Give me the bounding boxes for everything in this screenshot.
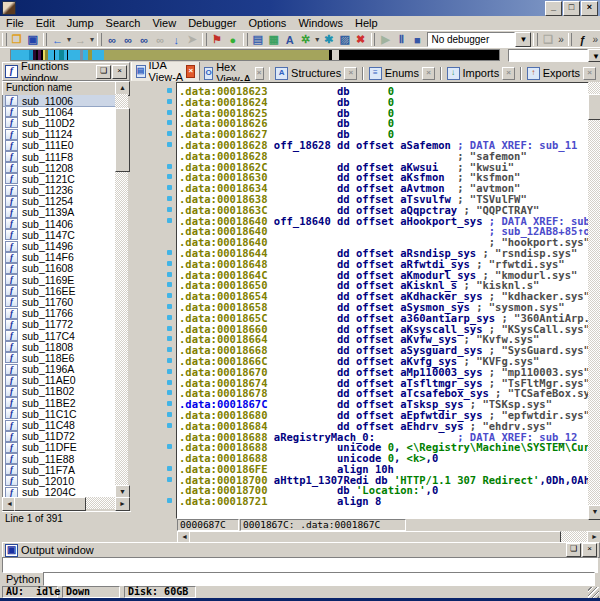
- menu-options[interactable]: Options: [242, 16, 292, 30]
- function-row[interactable]: fsub_1204C: [3, 487, 116, 497]
- function-row[interactable]: fsub_11E88: [3, 453, 116, 464]
- tab-close-icon[interactable]: ×: [422, 67, 435, 80]
- function-row[interactable]: fsub_111E0: [3, 140, 116, 151]
- menu-help[interactable]: Help: [349, 16, 384, 30]
- function-row[interactable]: fsub_11772: [3, 319, 116, 330]
- function-row[interactable]: fsub_11808: [3, 341, 116, 352]
- menu-edit[interactable]: Edit: [30, 16, 61, 30]
- nav-combo-arrow-icon[interactable]: ▼: [588, 49, 600, 62]
- function-row[interactable]: fsub_114F6: [3, 252, 116, 263]
- tab-enums[interactable]: ≡Enums×: [365, 65, 439, 81]
- close-panel-icon[interactable]: ×: [112, 65, 127, 79]
- function-row[interactable]: fsub_11406: [3, 218, 116, 229]
- toolbar-grip[interactable]: [371, 33, 376, 46]
- function-row[interactable]: fsub_117C4: [3, 330, 116, 341]
- function-row[interactable]: fsub_111F8: [3, 151, 116, 162]
- tab-close-icon[interactable]: ×: [344, 67, 357, 80]
- tab-exports[interactable]: ↑Exports×: [523, 65, 600, 81]
- function-row[interactable]: fsub_11006: [3, 95, 116, 106]
- function-row[interactable]: fsub_1196A: [3, 364, 116, 375]
- function-row[interactable]: fsub_1121C: [3, 173, 116, 184]
- debugger-pause-icon[interactable]: Ⅱ: [393, 32, 409, 47]
- function-row[interactable]: fsub_11254: [3, 196, 116, 207]
- disasm-vscroll-thumb[interactable]: [588, 94, 600, 120]
- function-row[interactable]: fsub_1139A: [3, 207, 116, 218]
- tab-imports[interactable]: ↓Imports×: [443, 65, 520, 81]
- debugger-select-arrow-icon[interactable]: ▼: [515, 32, 531, 47]
- debugger-select[interactable]: No debugger▼: [427, 32, 531, 47]
- function-row[interactable]: fsub_1169E: [3, 274, 116, 285]
- tab-close-icon[interactable]: ×: [583, 67, 596, 80]
- function-row[interactable]: fsub_11766: [3, 308, 116, 319]
- menu-windows[interactable]: Windows: [292, 16, 349, 30]
- function-row[interactable]: fsub_11D72: [3, 431, 116, 442]
- toolbar-grip[interactable]: [243, 33, 248, 46]
- nav-combo[interactable]: ▼: [508, 49, 600, 62]
- toolbar-grip[interactable]: [533, 33, 538, 46]
- close-output-icon[interactable]: ×: [582, 543, 597, 557]
- minimize-button[interactable]: _: [545, 1, 562, 16]
- disasm-line[interactable]: .data:00018721 align 8: [179, 496, 589, 507]
- jump-forward-dropdown-icon[interactable]: ▾: [88, 35, 95, 44]
- functions-mini-icon[interactable]: ƒ: [574, 32, 590, 47]
- output-window-caption[interactable]: ▣ Output window ❏ ×: [2, 542, 600, 558]
- breakpoint-list-icon[interactable]: ✱: [321, 32, 337, 47]
- run-indicator-icon[interactable]: ●: [225, 32, 241, 47]
- function-row[interactable]: fsub_11C48: [3, 419, 116, 430]
- tab-structures[interactable]: AStructures×: [271, 65, 361, 81]
- toolbar-grip[interactable]: [568, 33, 573, 46]
- function-row[interactable]: fsub_11208: [3, 162, 116, 173]
- output-log-area[interactable]: [2, 557, 598, 573]
- tab-close-icon[interactable]: ×: [502, 67, 515, 80]
- toolbar-grip[interactable]: [43, 33, 48, 46]
- function-row[interactable]: fsub_11608: [3, 263, 116, 274]
- function-row[interactable]: fsub_110D2: [3, 117, 116, 128]
- tab-close-icon[interactable]: ×: [255, 67, 264, 80]
- function-row[interactable]: fsub_11F7A: [3, 464, 116, 475]
- function-name-column-header[interactable]: Function name: [2, 81, 120, 96]
- edit-segments-icon[interactable]: ▨: [337, 32, 353, 47]
- float-panel-icon[interactable]: ❏: [96, 65, 111, 79]
- jump-to-address-icon[interactable]: ↓: [168, 32, 184, 47]
- menu-file[interactable]: File: [0, 16, 30, 30]
- menu-view[interactable]: View: [146, 16, 182, 30]
- function-row[interactable]: fsub_11DFE: [3, 442, 116, 453]
- toolbar-grip[interactable]: [2, 33, 7, 46]
- function-row[interactable]: fsub_11B02: [3, 386, 116, 397]
- menu-jump[interactable]: Jump: [61, 16, 100, 30]
- functions-window-caption[interactable]: f Functions window ❏ ×: [2, 62, 130, 81]
- tab-close-icon[interactable]: ×: [186, 65, 195, 78]
- trace-steps-dropdown-icon[interactable]: ▾: [314, 35, 321, 44]
- disasm-scroll-down-icon[interactable]: ▼: [588, 505, 600, 520]
- ida-flag-icon[interactable]: ⚑: [209, 32, 225, 47]
- toolbar-overflow-chevron[interactable]: »: [590, 34, 600, 45]
- function-list-vscroll-thumb[interactable]: [115, 108, 130, 172]
- function-row[interactable]: fsub_11496: [3, 240, 116, 251]
- float-output-icon[interactable]: ❏: [566, 543, 581, 557]
- function-row[interactable]: fsub_11124: [3, 129, 116, 140]
- close-button[interactable]: ×: [581, 1, 598, 16]
- function-row[interactable]: fsub_11760: [3, 296, 116, 307]
- trace-steps-icon[interactable]: ✲: [298, 32, 314, 47]
- jump-back-icon[interactable]: ←: [49, 32, 65, 47]
- function-row[interactable]: fsub_11236: [3, 185, 116, 196]
- debugger-stop-icon[interactable]: ■: [409, 32, 425, 47]
- tab-hex-view-a[interactable]: OHex View-A×: [200, 65, 267, 81]
- function-row[interactable]: fsub_11BE2: [3, 397, 116, 408]
- toolbar-overflow-chevron[interactable]: »: [556, 34, 566, 45]
- open-type-libraries-icon[interactable]: ▦: [266, 32, 282, 47]
- function-row[interactable]: fsub_118E6: [3, 352, 116, 363]
- menu-debugger[interactable]: Debugger: [182, 16, 242, 30]
- tab-ida-view-a[interactable]: ▤IDA View-A×: [131, 62, 200, 81]
- sequence-search-icon[interactable]: ∞: [136, 32, 152, 47]
- function-row[interactable]: fsub_116EE: [3, 285, 116, 296]
- disasm-vscrollbar[interactable]: [588, 82, 600, 517]
- maximize-button[interactable]: □: [563, 1, 580, 16]
- toolbar-grip[interactable]: [202, 33, 207, 46]
- open-signatures-icon[interactable]: ▤: [250, 32, 266, 47]
- binary-search-icon[interactable]: ∞: [120, 32, 136, 47]
- text-search-icon[interactable]: ∞: [104, 32, 120, 47]
- python-input[interactable]: [43, 572, 595, 586]
- save-file-icon[interactable]: ▣: [25, 32, 41, 47]
- delete-item-icon[interactable]: ✖: [353, 32, 369, 47]
